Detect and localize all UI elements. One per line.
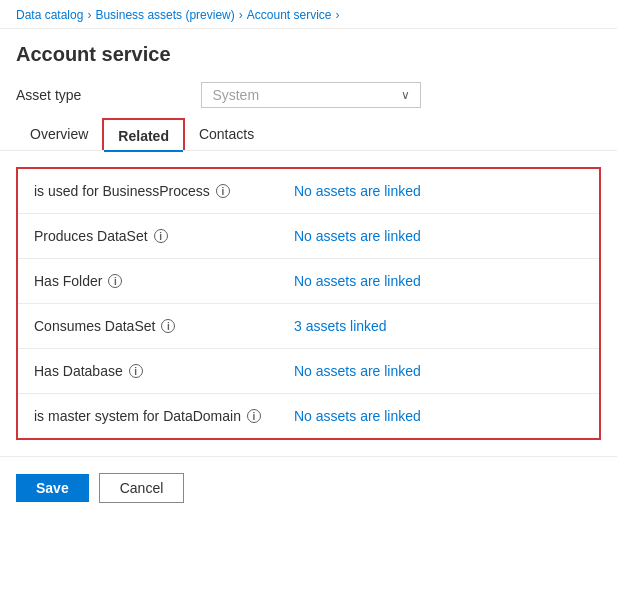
asset-type-label: Asset type	[16, 87, 81, 103]
info-icon-5[interactable]: i	[247, 409, 261, 423]
related-row-1: Produces DataSet i No assets are linked	[18, 214, 599, 259]
breadcrumb-sep-1: ›	[87, 8, 91, 22]
related-row-value-5[interactable]: No assets are linked	[294, 408, 421, 424]
related-row-value-1[interactable]: No assets are linked	[294, 228, 421, 244]
chevron-down-icon: ∨	[401, 88, 410, 102]
tab-contacts[interactable]: Contacts	[185, 118, 268, 150]
breadcrumb: Data catalog › Business assets (preview)…	[0, 0, 617, 29]
info-icon-0[interactable]: i	[216, 184, 230, 198]
info-icon-4[interactable]: i	[129, 364, 143, 378]
related-row-value-4[interactable]: No assets are linked	[294, 363, 421, 379]
related-row-value-3[interactable]: 3 assets linked	[294, 318, 387, 334]
tab-related[interactable]: Related	[102, 118, 185, 150]
asset-type-value: System	[212, 87, 259, 103]
related-row-5: is master system for DataDomain i No ass…	[18, 394, 599, 438]
page-title: Account service	[0, 29, 617, 76]
related-row-text-1: Produces DataSet	[34, 228, 148, 244]
related-row-text-3: Consumes DataSet	[34, 318, 155, 334]
related-row-0: is used for BusinessProcess i No assets …	[18, 169, 599, 214]
related-row-label-5: is master system for DataDomain i	[34, 408, 294, 424]
breadcrumb-sep-2: ›	[239, 8, 243, 22]
related-row-value-0[interactable]: No assets are linked	[294, 183, 421, 199]
cancel-button[interactable]: Cancel	[99, 473, 185, 503]
related-row-text-4: Has Database	[34, 363, 123, 379]
related-row-label-2: Has Folder i	[34, 273, 294, 289]
related-row-2: Has Folder i No assets are linked	[18, 259, 599, 304]
related-content-panel: is used for BusinessProcess i No assets …	[16, 167, 601, 440]
breadcrumb-item-account-service[interactable]: Account service	[247, 8, 332, 22]
related-row-4: Has Database i No assets are linked	[18, 349, 599, 394]
related-row-text-5: is master system for DataDomain	[34, 408, 241, 424]
tab-overview[interactable]: Overview	[16, 118, 102, 150]
asset-type-dropdown[interactable]: System ∨	[201, 82, 421, 108]
breadcrumb-item-data-catalog[interactable]: Data catalog	[16, 8, 83, 22]
footer: Save Cancel	[0, 456, 617, 519]
breadcrumb-item-business-assets[interactable]: Business assets (preview)	[95, 8, 234, 22]
info-icon-3[interactable]: i	[161, 319, 175, 333]
asset-type-row: Asset type System ∨	[0, 76, 617, 118]
related-row-label-1: Produces DataSet i	[34, 228, 294, 244]
breadcrumb-sep-3: ›	[335, 8, 339, 22]
related-row-label-3: Consumes DataSet i	[34, 318, 294, 334]
related-row-label-4: Has Database i	[34, 363, 294, 379]
info-icon-2[interactable]: i	[108, 274, 122, 288]
related-row-3: Consumes DataSet i 3 assets linked	[18, 304, 599, 349]
tabs-container: Overview Related Contacts	[0, 118, 617, 151]
info-icon-1[interactable]: i	[154, 229, 168, 243]
related-row-text-2: Has Folder	[34, 273, 102, 289]
related-row-label-0: is used for BusinessProcess i	[34, 183, 294, 199]
related-row-text-0: is used for BusinessProcess	[34, 183, 210, 199]
save-button[interactable]: Save	[16, 474, 89, 502]
related-row-value-2[interactable]: No assets are linked	[294, 273, 421, 289]
